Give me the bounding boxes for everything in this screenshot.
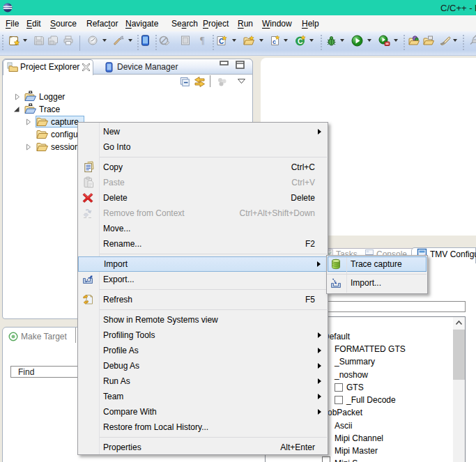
svg-text:c: c: [272, 38, 276, 45]
svg-text:¶: ¶: [200, 36, 205, 46]
